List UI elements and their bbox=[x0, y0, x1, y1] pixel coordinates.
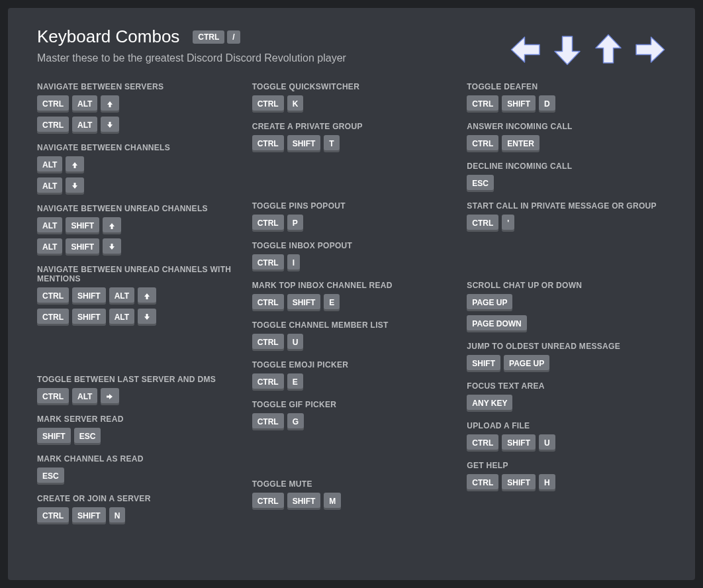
key-shift: SHIFT bbox=[72, 287, 106, 305]
key-: ' bbox=[502, 215, 514, 232]
arrow-down-icon bbox=[66, 177, 84, 195]
column-1: Toggle QuickSwitcherCTRLKCreate a privat… bbox=[252, 82, 451, 534]
shortcut-toggle-quickswitcher: Toggle QuickSwitcherCTRLK bbox=[252, 82, 451, 113]
key-alt: ALT bbox=[37, 238, 62, 256]
key-ctrl: CTRL bbox=[467, 215, 498, 232]
key-shift: SHIFT bbox=[502, 95, 536, 113]
combo-row: CTRLSHIFTH bbox=[467, 474, 666, 491]
combo-row: ALTSHIFT bbox=[37, 238, 236, 256]
shortcut-title: Navigate between servers bbox=[37, 82, 236, 91]
combo-row: CTRLALT bbox=[37, 117, 236, 134]
shortcut-title: Start call in private message or group bbox=[467, 201, 666, 211]
shortcut-title: Decline incoming call bbox=[467, 162, 666, 171]
combo-row: PAGE UP bbox=[467, 294, 666, 311]
key-ctrl: CTRL bbox=[467, 474, 498, 491]
key-shift: SHIFT bbox=[72, 507, 106, 524]
combo-row: CTRLSHIFTALT bbox=[37, 287, 236, 305]
key-ctrl: CTRL bbox=[37, 388, 69, 405]
key-k: K bbox=[287, 95, 304, 113]
gap bbox=[467, 241, 666, 281]
shortcut-toggle-inbox-popout: Toggle inbox popoutCTRLI bbox=[252, 241, 451, 271]
key-alt: ALT bbox=[72, 117, 97, 134]
shortcut-toggle-deafen: Toggle deafenCTRLSHIFTD bbox=[467, 82, 666, 113]
key-shift: SHIFT bbox=[287, 493, 321, 510]
key-page-down: PAGE DOWN bbox=[467, 315, 526, 332]
ddr-arrow-down-icon bbox=[551, 33, 584, 66]
key-ctrl: CTRL bbox=[467, 434, 498, 452]
combo-row: CTRLALT bbox=[37, 95, 236, 113]
combo-row: CTRLSHIFTU bbox=[467, 434, 666, 452]
shortcut-answer-incoming-call: Answer incoming callCTRLENTER bbox=[467, 122, 666, 152]
key-m: M bbox=[324, 493, 341, 510]
key-page-up: PAGE UP bbox=[467, 294, 512, 311]
shortcut-mark-server-read: Mark server readSHIFTESC bbox=[37, 415, 236, 445]
combo-row: CTRLSHIFTD bbox=[467, 95, 666, 113]
key-ctrl: CTRL bbox=[252, 373, 284, 391]
shortcut-mark-channel-as-read: Mark channel as readESC bbox=[37, 454, 236, 485]
shortcut-navigate-between-servers: Navigate between serversCTRLALTCTRLALT bbox=[37, 82, 236, 134]
shortcut-title: Navigate between unread channels with me… bbox=[37, 265, 236, 283]
page-subtitle: Master these to be the greatest Discord … bbox=[37, 52, 510, 64]
key-alt: ALT bbox=[37, 156, 62, 173]
shortcut-toggle-between-last-server-and-dms: Toggle between last server and DMsCTRLAL… bbox=[37, 375, 236, 405]
combo-row: CTRLSHIFTE bbox=[252, 294, 451, 311]
shortcut-title: Toggle deafen bbox=[467, 82, 666, 91]
combo-row: CTRLSHIFTT bbox=[252, 135, 451, 152]
key-shift: SHIFT bbox=[66, 238, 99, 256]
key-u: U bbox=[287, 334, 304, 351]
key-alt: ALT bbox=[72, 388, 97, 405]
key-t: T bbox=[324, 135, 339, 152]
combo-row: ESC bbox=[37, 467, 236, 485]
combo-row: CTRLG bbox=[252, 413, 451, 430]
shortcut-mark-top-inbox-channel-read: Mark top inbox channel readCTRLSHIFTE bbox=[252, 281, 451, 311]
key-ctrl: CTRL bbox=[252, 254, 284, 271]
key-esc: ESC bbox=[37, 467, 64, 485]
key-ctrl: CTRL bbox=[252, 294, 284, 311]
shortcut-toggle-pins-popout: Toggle pins popoutCTRLP bbox=[252, 201, 451, 232]
key-shift: SHIFT bbox=[467, 355, 500, 372]
shortcut-jump-to-oldest-unread-message: Jump to oldest unread messageSHIFTPAGE U… bbox=[467, 342, 666, 372]
shortcut-title: Toggle mute bbox=[252, 479, 451, 489]
key-shift: SHIFT bbox=[287, 135, 321, 152]
shortcut-get-help: Get helpCTRLSHIFTH bbox=[467, 461, 666, 491]
ddr-arrow-right-icon bbox=[633, 33, 666, 66]
combo-row: CTRLALT bbox=[37, 388, 236, 405]
shortcut-title: Answer incoming call bbox=[467, 122, 666, 131]
page-title: Keyboard Combos bbox=[37, 26, 179, 47]
shortcut-decline-incoming-call: Decline incoming callESC bbox=[467, 162, 666, 192]
column-0: Navigate between serversCTRLALTCTRLALTNa… bbox=[37, 82, 236, 534]
shortcut-title: Toggle QuickSwitcher bbox=[252, 82, 451, 91]
ddr-arrows bbox=[510, 26, 666, 66]
shortcut-navigate-between-unread-channels-with-mentions: Navigate between unread channels with me… bbox=[37, 265, 236, 326]
shortcut-title: Mark server read bbox=[37, 415, 236, 424]
combo-row: CTRLU bbox=[252, 334, 451, 351]
header: Keyboard Combos CTRL / Master these to b… bbox=[8, 8, 695, 82]
keyboard-combos-card: Keyboard Combos CTRL / Master these to b… bbox=[8, 8, 695, 580]
key-esc: ESC bbox=[467, 175, 494, 192]
arrow-up-icon bbox=[101, 95, 119, 113]
shortcut-focus-text-area: Focus text areaANY KEY bbox=[467, 381, 666, 412]
header-left: Keyboard Combos CTRL / Master these to b… bbox=[37, 26, 510, 64]
shortcut-create-a-private-group: Create a private groupCTRLSHIFTT bbox=[252, 122, 451, 152]
key-p: P bbox=[287, 215, 303, 232]
shortcut-create-or-join-a-server: Create or join a serverCTRLSHIFTN bbox=[37, 494, 236, 524]
shortcut-scroller[interactable]: Navigate between serversCTRLALTCTRLALTNa… bbox=[8, 82, 695, 569]
key-ctrl: CTRL bbox=[252, 215, 284, 232]
combo-row: ALT bbox=[37, 177, 236, 195]
combo-row: SHIFTESC bbox=[37, 428, 236, 445]
key-ctrl: CTRL bbox=[467, 135, 498, 152]
combo-row: CTRLK bbox=[252, 95, 451, 113]
key-n: N bbox=[109, 507, 126, 524]
shortcut-title: Jump to oldest unread message bbox=[467, 342, 666, 351]
shortcut-navigate-between-unread-channels: Navigate between unread channelsALTSHIFT… bbox=[37, 204, 236, 256]
combo-row: ALTSHIFT bbox=[37, 217, 236, 234]
shortcut-title: Create or join a server bbox=[37, 494, 236, 503]
shortcut-title: Navigate between channels bbox=[37, 143, 236, 152]
arrow-up-icon bbox=[66, 156, 84, 173]
combo-row: CTRLSHIFTM bbox=[252, 493, 451, 510]
key-ctrl: CTRL bbox=[252, 135, 284, 152]
gap bbox=[37, 335, 236, 375]
title-shortcut: CTRL / bbox=[193, 30, 240, 44]
key-alt: ALT bbox=[72, 95, 97, 113]
key-ctrl: CTRL bbox=[37, 95, 69, 113]
